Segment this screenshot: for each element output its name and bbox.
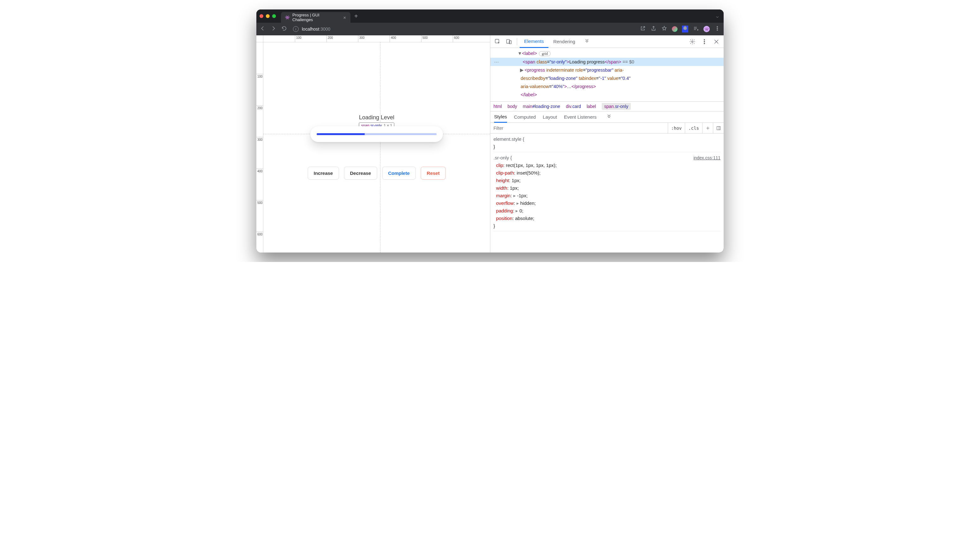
devtools-close-icon[interactable] xyxy=(711,36,722,47)
style-rule-element[interactable]: element.style { } xyxy=(493,135,721,152)
new-tab-button[interactable]: + xyxy=(350,13,362,20)
devtools-menu-icon[interactable] xyxy=(699,36,710,47)
ruler-tick: 100 xyxy=(256,74,263,74)
page-title: Loading Level xyxy=(359,114,395,121)
address-bar[interactable]: i localhost:3000 xyxy=(292,24,635,34)
tabs-overflow-icon[interactable] xyxy=(582,36,592,47)
tree-row[interactable]: </label> xyxy=(490,91,724,99)
reset-button[interactable]: Reset xyxy=(421,167,446,180)
inspect-element-icon[interactable] xyxy=(492,36,503,47)
tree-row[interactable]: describedby="loading-zone" tabindex="-1"… xyxy=(490,74,724,83)
site-info-icon[interactable]: i xyxy=(293,26,299,32)
styles-filter-bar: :hov .cls xyxy=(490,123,724,134)
tab-rendering[interactable]: Rendering xyxy=(549,35,580,48)
new-style-rule-icon[interactable] xyxy=(702,123,713,133)
styles-pane[interactable]: element.style { } index.css:111 .sr-only… xyxy=(490,134,724,253)
tree-row[interactable]: aria-valuenow="40%">…</progress> xyxy=(490,83,724,91)
window-menu-caret-icon[interactable]: ⌵ xyxy=(716,14,721,19)
breadcrumb-item[interactable]: html xyxy=(493,104,502,109)
subtab-layout[interactable]: Layout xyxy=(543,114,557,119)
style-declaration[interactable]: position: absolute; xyxy=(493,215,721,222)
decrease-button[interactable]: Decrease xyxy=(344,167,377,180)
browser-menu-icon[interactable] xyxy=(714,25,721,32)
devtools-panel: Elements Rendering ▼<label>grid ⋯ <span … xyxy=(490,35,724,253)
progress-fill xyxy=(317,133,365,135)
ruler-tick: 400 xyxy=(390,35,390,42)
back-button[interactable] xyxy=(259,25,266,32)
ruler-tick: 500 xyxy=(256,200,263,200)
page-viewport[interactable]: Loading Level span.sr-only 1 × 1 Increas… xyxy=(263,42,490,253)
svg-point-1 xyxy=(717,28,718,29)
tab-close-icon[interactable]: × xyxy=(342,15,347,20)
style-rule-sr-only[interactable]: index.css:111 .sr-only { clip: rect(1px,… xyxy=(493,154,721,231)
ruler-tick: 500 xyxy=(421,35,422,42)
window-minimize-button[interactable] xyxy=(266,14,270,18)
window-close-button[interactable] xyxy=(259,14,263,18)
breadcrumb-item[interactable]: span.sr-only xyxy=(602,103,631,110)
tab-favicon: 👾 xyxy=(285,15,290,20)
rule-source-link[interactable]: index.css:111 xyxy=(693,154,721,162)
styles-filter-input[interactable] xyxy=(490,123,668,133)
bookmark-star-icon[interactable] xyxy=(661,25,667,32)
increase-button[interactable]: Increase xyxy=(308,167,339,180)
layout-badge[interactable]: grid xyxy=(539,51,550,56)
tree-row-selected[interactable]: ⋯ <span class="sr-only">Loading progress… xyxy=(490,58,724,66)
style-declaration[interactable]: padding: ▸ 0; xyxy=(493,207,721,215)
svg-rect-10 xyxy=(717,126,720,130)
extension-icon[interactable] xyxy=(672,26,678,32)
button-row: Increase Decrease Complete Reset xyxy=(308,167,446,180)
extensions-puzzle-icon[interactable] xyxy=(682,25,688,32)
url-host: localhost:3000 xyxy=(302,27,330,32)
style-declaration[interactable]: height: 1px; xyxy=(493,177,721,185)
rule-close: } xyxy=(493,222,721,230)
open-external-icon[interactable] xyxy=(640,25,646,32)
tree-row[interactable]: ▼<label>grid xyxy=(490,49,724,58)
style-declaration[interactable]: clip-path: inset(50%); xyxy=(493,169,721,177)
reload-button[interactable] xyxy=(281,25,287,32)
profile-avatar-icon[interactable]: 👾 xyxy=(703,26,710,32)
progress-card xyxy=(310,126,443,142)
page-viewport-container: 100200300400500600 100200300400500600 Lo… xyxy=(256,35,490,253)
complete-button[interactable]: Complete xyxy=(382,167,415,180)
breadcrumb-item[interactable]: div.card xyxy=(566,104,581,109)
browser-tab[interactable]: 👾 Progress | GUI Challenges × xyxy=(281,12,350,23)
elements-breadcrumb[interactable]: htmlbodymain#loading-zonediv.cardlabelsp… xyxy=(490,101,724,111)
cls-toggle[interactable]: .cls xyxy=(685,123,702,133)
forward-button[interactable] xyxy=(270,25,277,32)
share-icon[interactable] xyxy=(651,25,657,32)
subtab-styles[interactable]: Styles xyxy=(494,111,507,123)
subtabs-overflow-icon[interactable] xyxy=(604,112,614,123)
tab-elements[interactable]: Elements xyxy=(520,35,549,48)
ruler-tick: 400 xyxy=(256,169,263,169)
ruler-tick: 200 xyxy=(256,105,263,106)
ruler-tick: 600 xyxy=(256,232,263,232)
window-zoom-button[interactable] xyxy=(272,14,276,18)
work-area: 100200300400500600 100200300400500600 Lo… xyxy=(256,35,724,253)
computed-sidebar-icon[interactable] xyxy=(713,123,724,133)
tree-row[interactable]: ▶<progress indeterminate role="progressb… xyxy=(490,66,724,74)
breadcrumb-item[interactable]: label xyxy=(587,104,596,109)
styles-subtabs: Styles Computed Layout Event Listeners xyxy=(490,111,724,123)
style-declaration[interactable]: overflow: ▸ hidden; xyxy=(493,199,721,207)
style-declaration[interactable]: clip: rect(1px, 1px, 1px, 1px); xyxy=(493,162,721,169)
traffic-lights xyxy=(259,14,276,18)
ruler-tick: 200 xyxy=(326,35,327,42)
subtab-event-listeners[interactable]: Event Listeners xyxy=(564,114,597,119)
breadcrumb-item[interactable]: main#loading-zone xyxy=(523,104,560,109)
style-declaration[interactable]: width: 1px; xyxy=(493,185,721,192)
hov-toggle[interactable]: :hov xyxy=(668,123,685,133)
browser-window: 👾 Progress | GUI Challenges × + ⌵ i loca… xyxy=(256,10,724,253)
rule-selector: element.style { xyxy=(493,135,721,143)
progress-track xyxy=(317,133,437,135)
ruler-tick: 300 xyxy=(256,137,263,137)
subtab-computed[interactable]: Computed xyxy=(514,114,536,119)
breadcrumb-item[interactable]: body xyxy=(508,104,517,109)
elements-tree[interactable]: ▼<label>grid ⋯ <span class="sr-only">Loa… xyxy=(490,48,724,101)
tab-strip: 👾 Progress | GUI Challenges × + ⌵ xyxy=(256,10,724,23)
devtools-settings-icon[interactable] xyxy=(687,36,698,47)
style-declaration[interactable]: margin: ▸ -1px; xyxy=(493,192,721,199)
tab-title: Progress | GUI Challenges xyxy=(292,13,340,22)
media-controls-icon[interactable] xyxy=(693,25,699,32)
ruler-tick: 300 xyxy=(358,35,358,42)
device-toolbar-icon[interactable] xyxy=(504,36,514,47)
